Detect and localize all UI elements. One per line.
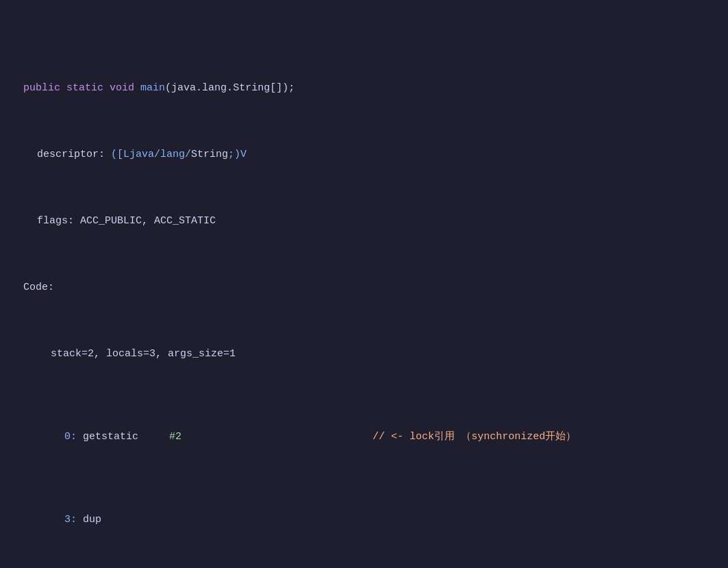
keyword-static: static <box>66 80 103 97</box>
code-label: Code: <box>21 279 707 296</box>
line-num-3: 3: <box>64 512 77 528</box>
instruction-0: 0: getstatic #2 // <- lock引用 （synchroniz… <box>21 428 707 445</box>
descriptor-line: descriptor: ([Ljava/lang/String;)V <box>34 146 707 163</box>
method-name: main <box>140 80 165 97</box>
comment-0: // <- lock引用 （synchronized开始） <box>373 429 576 445</box>
keyword-public: public <box>23 80 60 97</box>
header-method-signature: public static void main (java.lang.Strin… <box>21 79 707 97</box>
keyword-void: void <box>110 80 134 97</box>
flags-line: flags: ACC_PUBLIC, ACC_STATIC <box>34 212 707 230</box>
code-viewer: public static void main (java.lang.Strin… <box>21 14 707 568</box>
stack-info: stack=2, locals=3, args_size=1 <box>48 345 707 362</box>
line-num-0: 0: <box>64 429 77 445</box>
method-params: (java.lang.String[]); <box>165 80 294 97</box>
instruction-3: 3: dup <box>21 511 707 528</box>
